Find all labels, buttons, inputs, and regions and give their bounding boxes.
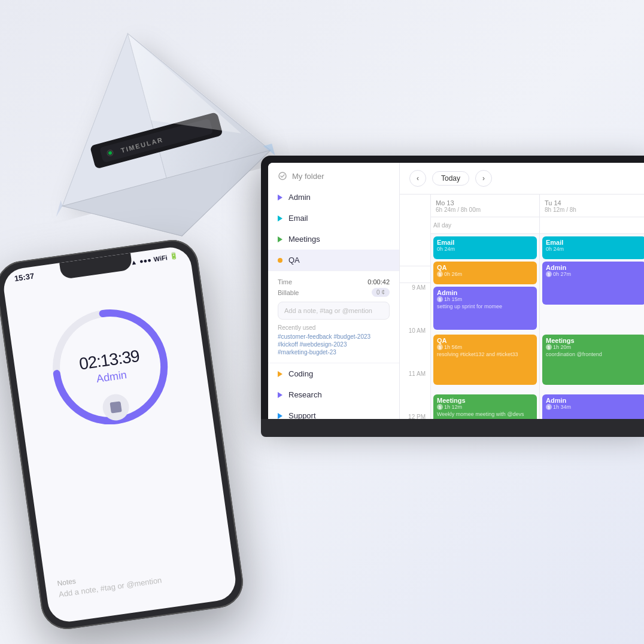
play-icon-research <box>278 392 282 398</box>
event-admin-tue1[interactable]: Admin $ 0h 27m <box>542 262 644 305</box>
svg-marker-10 <box>52 201 65 217</box>
tag-1: #kickoff #webdesign-2023 <box>278 341 390 348</box>
recently-used-label: Recently used <box>278 324 390 331</box>
phone-notch <box>59 253 133 280</box>
folder-header: My folder <box>268 163 399 187</box>
folder-name: My folder <box>292 172 324 181</box>
billable-value: 0 ¢ <box>372 288 390 297</box>
sidebar-item-email[interactable]: Email <box>268 208 399 229</box>
app-container: My folder Admin Email Mee <box>268 163 644 419</box>
sidebar-label-email: Email <box>288 214 308 223</box>
phone-content: 02:13:39 Admin Notes Add a note, #tag or… <box>5 271 238 624</box>
sidebar-item-support[interactable]: Support <box>268 405 399 419</box>
phone-body: 15:37 ▲ ●●● WiFi 🔋 02:13:39 <box>0 236 246 632</box>
tuesday-name: Tu 14 <box>545 199 643 206</box>
today-button[interactable]: Today <box>432 171 469 186</box>
monday-hours: 6h 24m / 8h 00m <box>436 206 534 213</box>
event-admin-tue2[interactable]: Admin $ 1h 34m <box>542 394 644 419</box>
play-icon-coding <box>278 371 282 377</box>
sidebar-label-meetings: Meetings <box>288 235 320 244</box>
laptop-screen: My folder Admin Email Mee <box>268 163 644 419</box>
event-email-tue[interactable]: Email 0h 24m <box>542 236 644 259</box>
event-admin-mon[interactable]: Admin $ 1h 15m setting up sprint for mom… <box>433 287 537 330</box>
event-qa-mon2[interactable]: QA $ 1h 56m resolving #ticket132 and #ti… <box>433 335 537 385</box>
event-email-mon[interactable]: Email 0h 24m <box>433 236 537 259</box>
event-qa-mon1[interactable]: QA $ 0h 26m <box>433 262 537 284</box>
sidebar-item-coding[interactable]: Coding <box>268 363 399 384</box>
calendar-area: ‹ Today › 9 AM 10 AM 11 AM 12 <box>400 163 644 419</box>
play-icon-meetings <box>278 236 282 242</box>
qa-time-label: Time <box>278 278 292 285</box>
prev-button[interactable]: ‹ <box>409 170 426 187</box>
calendar-grid: 9 AM 10 AM 11 AM 12 PM 1 PM 2 PM 3 PM <box>400 195 644 419</box>
billable-label: Billable <box>278 289 299 296</box>
play-icon-support <box>278 413 282 419</box>
time-10am: 10 AM <box>400 326 430 369</box>
time-11am: 11 AM <box>400 369 430 412</box>
sidebar-item-research[interactable]: Research <box>268 384 399 405</box>
laptop-base <box>261 419 644 437</box>
qa-active-dot <box>278 258 282 263</box>
sidebar-item-admin[interactable]: Admin <box>268 187 399 208</box>
tuesday-events: Email 0h 24m Admin $ 0h 27m <box>540 234 644 419</box>
tuesday-header: Tu 14 8h 12m / 8h <box>540 195 644 217</box>
sidebar-label-research: Research <box>288 390 322 399</box>
monday-name: Mo 13 <box>436 199 534 206</box>
folder-icon <box>278 171 287 181</box>
timer-circle: 02:13:39 Admin <box>36 293 184 441</box>
tuesday-allday <box>540 217 644 234</box>
monday-events: Email 0h 24m QA $ 0h 26m <box>431 234 539 419</box>
sidebar-item-qa[interactable]: QA <box>268 250 399 271</box>
time-column: 9 AM 10 AM 11 AM 12 PM 1 PM 2 PM 3 PM <box>400 195 431 419</box>
phone-notes-section: Notes Add a note, #tag or @mention <box>57 557 223 599</box>
next-button[interactable]: › <box>475 170 492 187</box>
tags-list: #customer-feedback #budget-2023 #kickoff… <box>278 333 390 356</box>
tag-2: #marketing-bugdet-23 <box>278 349 390 356</box>
monday-allday: All day <box>431 217 539 234</box>
phone-container: 15:37 ▲ ●●● WiFi 🔋 02:13:39 <box>0 236 246 632</box>
event-meetings-tue[interactable]: Meetings $ 1h 20m coordination @frontend <box>542 335 644 385</box>
time-9am: 9 AM <box>400 283 430 326</box>
sidebar-label-qa: QA <box>288 256 300 265</box>
day-monday: Mo 13 6h 24m / 8h 00m All day Email <box>431 195 540 419</box>
tag-0: #customer-feedback #budget-2023 <box>278 333 390 340</box>
sidebar: My folder Admin Email Mee <box>268 163 400 419</box>
time-12pm: 12 PM <box>400 412 430 419</box>
calendar-days: Mo 13 6h 24m / 8h 00m All day Email <box>431 195 644 419</box>
day-tuesday: Tu 14 8h 12m / 8h Email 0h 24m <box>540 195 644 419</box>
sidebar-label-admin: Admin <box>288 193 311 202</box>
phone-status-icons: ▲ ●●● WiFi 🔋 <box>130 252 178 266</box>
tuesday-hours: 8h 12m / 8h <box>545 206 643 213</box>
laptop-container: My folder Admin Email Mee <box>261 156 644 443</box>
play-icon-admin <box>278 195 282 201</box>
phone-screen: 15:37 ▲ ●●● WiFi 🔋 02:13:39 <box>1 245 238 624</box>
monday-header: Mo 13 6h 24m / 8h 00m <box>431 195 539 217</box>
laptop-frame: My folder Admin Email Mee <box>261 156 644 419</box>
qa-time-value: 0:00:42 <box>367 278 390 285</box>
phone-time: 15:37 <box>14 271 35 282</box>
qa-active-section: Time 0:00:42 Billable 0 ¢ Add a note, #t… <box>268 271 399 363</box>
play-icon-email <box>278 215 282 221</box>
sidebar-label-support: Support <box>288 411 316 419</box>
stop-icon <box>110 401 121 413</box>
sidebar-item-meetings[interactable]: Meetings <box>268 229 399 250</box>
event-meetings-mon[interactable]: Meetings $ 1h 12m Weekly momee meeting w… <box>433 394 537 419</box>
qa-note-input[interactable]: Add a note, #tag or @mention <box>278 302 390 320</box>
calendar-header: ‹ Today › <box>400 163 644 195</box>
sidebar-label-coding: Coding <box>288 369 313 378</box>
